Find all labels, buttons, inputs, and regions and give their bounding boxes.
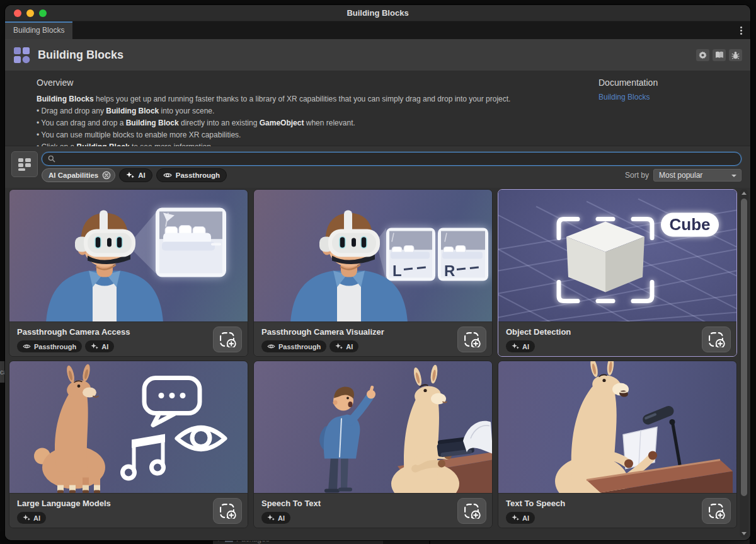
card-footer: Text To Speech AI <box>498 493 736 528</box>
documentation-button[interactable] <box>713 49 726 61</box>
window-titlebar: Building Blocks <box>5 5 750 21</box>
filter-toolbar: AI Capabilities AI <box>5 146 750 188</box>
card-speech-to-text[interactable]: Speech To Text AI <box>253 361 493 528</box>
add-to-scene-icon <box>708 503 725 519</box>
scroll-up-arrow-icon[interactable] <box>742 192 747 195</box>
card-illustration-llama-typewriter <box>254 361 492 493</box>
building-blocks-icon <box>13 47 30 64</box>
book-icon <box>715 51 724 59</box>
card-object-detection[interactable]: Cube Object Detection AI <box>498 189 737 357</box>
tab-menu-kebab-icon[interactable] <box>740 25 742 36</box>
bug-icon <box>731 51 740 59</box>
search-field[interactable] <box>42 152 742 166</box>
scrollbar-thumb[interactable] <box>741 199 747 496</box>
ai-sparkle-icon <box>512 343 519 350</box>
chevron-down-icon <box>731 175 736 177</box>
sort-dropdown[interactable]: Most popular <box>653 169 742 182</box>
add-block-button[interactable] <box>213 498 242 524</box>
cards-grid-area: Passthrough Camera Access Passthrough AI <box>5 188 750 540</box>
settings-button[interactable] <box>696 49 709 61</box>
talking-man <box>323 385 375 492</box>
grid-layout-icon <box>18 158 32 171</box>
scroll-down-arrow-icon[interactable] <box>742 532 747 535</box>
panel-header: Building Blocks <box>5 39 750 71</box>
search-icon <box>48 155 55 163</box>
add-to-scene-icon <box>219 332 236 347</box>
eye-icon <box>267 344 275 349</box>
card-title: Text To Speech <box>506 499 729 508</box>
tag-ai: AI <box>261 512 290 524</box>
documentation-link[interactable]: Building Blocks <box>598 93 658 101</box>
card-footer: Speech To Text AI <box>254 493 492 528</box>
add-block-button[interactable] <box>702 498 731 524</box>
tag-ai: AI <box>85 340 114 352</box>
tab-building-blocks[interactable]: Building Blocks <box>5 21 72 39</box>
tag-ai: AI <box>17 512 46 524</box>
llama-speaking <box>555 361 629 493</box>
ai-sparkle-icon <box>91 343 98 350</box>
overview-bullet: • You can use multiple blocks to enable … <box>37 129 750 141</box>
search-input[interactable] <box>59 153 735 165</box>
gear-icon <box>699 51 707 59</box>
add-block-button[interactable] <box>213 327 242 352</box>
card-illustration-llama-podium <box>498 361 736 493</box>
overview-bullet: • Drag and drop any Building Block into … <box>37 105 750 117</box>
card-title: Object Detection <box>506 327 729 337</box>
card-illustration-cube-detection: Cube <box>498 190 736 321</box>
overview-section: Overview Building Blocks helps you get u… <box>5 71 750 146</box>
documentation-heading: Documentation <box>598 78 658 88</box>
card-title: Passthrough Camera Visualizer <box>261 327 484 337</box>
card-title: Speech To Text <box>261 499 484 508</box>
card-footer: Passthrough Camera Visualizer Passthroug… <box>254 321 492 356</box>
filter-chip-ai-capabilities[interactable]: AI Capabilities <box>42 168 115 182</box>
ai-sparkle-icon <box>512 514 519 521</box>
vertical-scrollbar[interactable] <box>740 189 748 538</box>
card-footer: Passthrough Camera Access Passthrough AI <box>9 321 248 356</box>
grid-view-toggle-button[interactable] <box>11 151 38 177</box>
add-to-scene-icon <box>464 503 481 519</box>
card-large-language-models[interactable]: Large Language Models AI <box>9 361 248 528</box>
add-block-button[interactable] <box>457 498 486 524</box>
eye-icon <box>23 344 31 349</box>
card-footer: Large Language Models AI <box>9 493 248 528</box>
tab-bar: Building Blocks <box>5 21 750 39</box>
page-title: Building Blocks <box>38 49 123 62</box>
card-passthrough-camera-visualizer[interactable]: L R <box>253 189 493 357</box>
add-block-button[interactable] <box>457 327 486 352</box>
card-illustration-headset-view <box>9 190 248 321</box>
add-to-scene-icon <box>219 503 236 519</box>
report-bug-button[interactable] <box>729 49 742 61</box>
ai-sparkle-icon <box>126 171 134 179</box>
eye-icon <box>163 172 172 178</box>
cube <box>566 222 644 292</box>
card-passthrough-camera-access[interactable]: Passthrough Camera Access Passthrough AI <box>9 189 248 357</box>
tag-ai: AI <box>506 512 535 524</box>
documentation-section: Documentation Building Blocks <box>598 78 658 101</box>
card-title: Passthrough Camera Access <box>17 327 240 337</box>
tag-passthrough: Passthrough <box>17 340 82 352</box>
ai-sparkle-icon <box>23 514 30 521</box>
sort-by-label: Sort by <box>625 171 649 180</box>
right-eye-label: R <box>444 262 455 279</box>
ai-sparkle-icon <box>335 343 343 350</box>
screen: Packages ca Building Blocks Building Blo… <box>0 0 756 544</box>
remove-filter-icon[interactable] <box>102 171 111 180</box>
detection-label: Cube <box>670 215 711 234</box>
speech-bubble-dots <box>159 393 186 398</box>
tag-ai: AI <box>506 340 535 352</box>
tag-passthrough: Passthrough <box>261 340 326 352</box>
tag-ai: AI <box>329 340 358 352</box>
overview-bullet: • You can drag and drop a Building Block… <box>37 117 750 129</box>
filter-chip-passthrough[interactable]: Passthrough <box>156 168 227 182</box>
filter-chip-ai[interactable]: AI <box>119 168 152 182</box>
building-blocks-window: Building Blocks Building Blocks Building… <box>5 5 750 540</box>
card-illustration-llama-icons <box>9 361 248 493</box>
add-block-button[interactable] <box>702 327 731 352</box>
card-footer: Object Detection AI <box>498 321 736 356</box>
add-to-scene-icon <box>708 332 725 347</box>
card-text-to-speech[interactable]: Text To Speech AI <box>498 361 737 528</box>
card-title: Large Language Models <box>17 499 240 508</box>
card-illustration-stereo-view: L R <box>254 190 492 321</box>
window-title: Building Blocks <box>5 5 750 21</box>
llama <box>34 364 105 493</box>
